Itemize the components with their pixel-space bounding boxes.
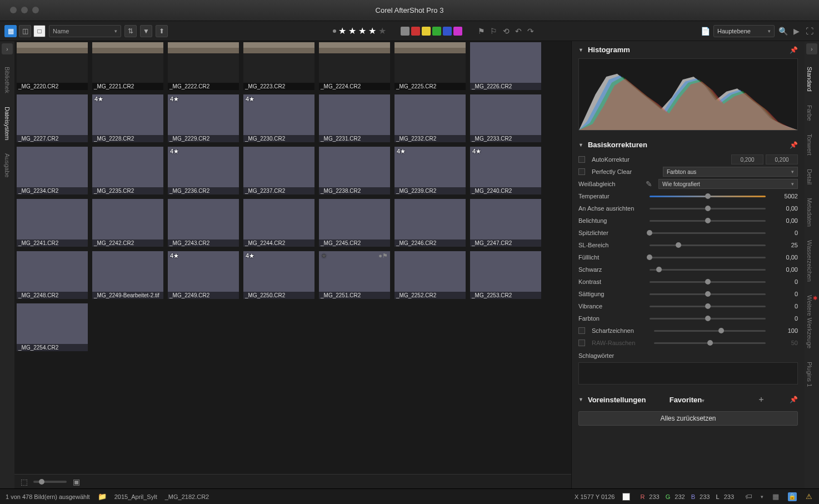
layer-dropdown[interactable]: Hauptebene ▾ [713, 25, 775, 37]
thumbnail[interactable]: _MG_2222.CR2 [168, 42, 239, 90]
slider[interactable] [650, 315, 766, 322]
thumbnail[interactable]: _MG_2238.CR2 [319, 147, 390, 194]
star-3[interactable]: ★ [358, 26, 366, 36]
thumbnail[interactable]: _MG_2243.CR2 [168, 199, 239, 247]
slider[interactable] [650, 204, 766, 212]
slideshow-icon[interactable]: ▶ [791, 26, 801, 36]
thumbnail[interactable]: _MG_2233.CR2 [470, 94, 541, 142]
thumbnail[interactable]: 4★_MG_2240.CR2 [470, 147, 541, 194]
thumbnail[interactable]: 4★_MG_2250.CR2 [243, 251, 314, 299]
star-4[interactable]: ★ [368, 26, 376, 36]
star-1[interactable]: ★ [338, 26, 346, 36]
basic-header[interactable]: ▼ Basiskorrekturen 📌 [572, 136, 805, 153]
thumbnail[interactable]: _MG_2231.CR2 [319, 94, 390, 142]
thumb-size-icon[interactable]: ▣ [71, 477, 81, 487]
slider-value[interactable]: 0,00 [770, 266, 798, 273]
pin-icon[interactable]: 📌 [790, 396, 798, 403]
thumbnail[interactable]: _MG_2248.CR2 [17, 251, 88, 299]
right-tab-detail[interactable]: Detail [806, 162, 813, 191]
right-tab-metadaten[interactable]: Metadaten [806, 191, 813, 233]
thumbnail[interactable]: _MG_2253.CR2 [470, 251, 541, 299]
slider-value[interactable]: 25 [770, 242, 798, 248]
grid-small-icon[interactable]: ▦ [771, 492, 780, 501]
thumbnail[interactable]: _MG_2246.CR2 [394, 199, 466, 247]
slider[interactable] [650, 253, 766, 261]
slider[interactable] [650, 290, 766, 298]
eyedropper-icon[interactable]: ✎ [644, 179, 654, 189]
keywords-input[interactable] [578, 362, 798, 385]
redo-icon[interactable]: ↷ [526, 26, 536, 36]
autok-val1[interactable]: 0,200 [731, 154, 763, 164]
color-label-4[interactable] [443, 27, 452, 36]
fullscreen-icon[interactable]: ⛶ [805, 26, 815, 36]
thumbnail[interactable]: _MG_2232.CR2 [394, 94, 466, 142]
thumbnail[interactable]: _MG_2225.CR2 [394, 42, 466, 90]
thumbnail[interactable]: _MG_2221.CR2 [92, 42, 163, 90]
grid-view-button[interactable]: ▦ [4, 25, 17, 37]
autokorrektur-checkbox[interactable] [578, 156, 585, 163]
flip-icon[interactable]: ⟲ [501, 26, 511, 36]
slider-value[interactable]: 0,00 [770, 205, 798, 212]
slider[interactable] [650, 302, 766, 310]
thumbnail[interactable]: _MG_2247.CR2 [470, 199, 541, 247]
thumbnail[interactable]: _MG_2235.CR2 [92, 147, 163, 194]
single-view-button[interactable]: □ [33, 25, 46, 37]
slider[interactable] [650, 278, 766, 286]
thumb-zoom-slider[interactable] [33, 481, 67, 483]
slider-value[interactable]: 0 [770, 229, 798, 236]
slider-value[interactable]: 0 [770, 303, 798, 310]
thumbnail[interactable]: 4★_MG_2230.CR2 [243, 94, 314, 142]
fit-icon[interactable]: ⬚ [19, 477, 29, 487]
slider-value[interactable]: 0 [770, 315, 798, 322]
flag-pick-icon[interactable]: ⚑ [477, 26, 487, 36]
color-label-2[interactable] [422, 27, 431, 36]
copy-icon[interactable]: 📄 [700, 26, 710, 36]
left-collapse-button[interactable]: › [2, 43, 13, 54]
sort-dropdown[interactable]: Name ▾ [49, 25, 121, 37]
traffic-min[interactable] [21, 7, 28, 13]
flag-reject-icon[interactable]: ⚐ [489, 26, 499, 36]
thumbnail[interactable]: _MG_2223.CR2 [243, 42, 314, 90]
slider-value[interactable]: 0 [770, 278, 798, 285]
star-2[interactable]: ★ [348, 26, 356, 36]
upload-button[interactable]: ⬆ [156, 25, 168, 37]
thumbnail[interactable]: 4★_MG_2239.CR2 [394, 147, 466, 194]
thumbnail[interactable]: _MG_2241.CR2 [17, 199, 88, 247]
slider[interactable] [650, 229, 766, 237]
slider[interactable] [650, 192, 766, 200]
color-label-3[interactable] [432, 27, 441, 36]
slider[interactable] [650, 241, 766, 249]
thumbnail[interactable]: _MG_2237.CR2 [243, 147, 314, 194]
thumbnail[interactable]: 4★_MG_2229.CR2 [168, 94, 239, 142]
rating-dot-icon[interactable] [333, 29, 336, 33]
thumbnail[interactable]: _MG_2244.CR2 [243, 199, 314, 247]
search-icon[interactable]: 🔍 [778, 26, 788, 36]
right-collapse-button[interactable]: › [806, 43, 817, 54]
wb-dropdown[interactable]: Wie fotografiert▾ [658, 179, 798, 189]
thumbnail[interactable]: _MG_2227.CR2 [17, 94, 88, 142]
add-preset-icon[interactable]: ＋ [756, 395, 766, 405]
left-tab-dateisystem[interactable]: Dateisystem [4, 100, 11, 147]
slider-value[interactable]: 0,00 [770, 217, 798, 224]
right-tab-wasserzeichen[interactable]: Wasserzeichen [806, 233, 813, 288]
undo-icon[interactable]: ↶ [513, 26, 523, 36]
warning-icon[interactable]: ⚠ [805, 492, 813, 501]
thumbnail[interactable]: 4★_MG_2228.CR2 [92, 94, 163, 142]
lock-icon[interactable]: 🔒 [788, 492, 797, 501]
sort-direction-button[interactable]: ⇅ [124, 25, 137, 37]
tag-icon[interactable]: 🏷 [744, 492, 753, 501]
thumbnail[interactable]: _MG_2234.CR2 [17, 147, 88, 194]
traffic-max[interactable] [32, 7, 39, 13]
perfectlyclear-checkbox[interactable] [578, 168, 585, 175]
thumbnail[interactable]: 4★_MG_2236.CR2 [168, 147, 239, 194]
farbton-dropdown[interactable]: Farbton aus▾ [663, 167, 798, 177]
pin-icon[interactable]: 📌 [790, 46, 798, 54]
right-tab-tonwert[interactable]: Tonwert [806, 127, 813, 162]
right-tab-farbe[interactable]: Farbe [806, 98, 813, 128]
scharfzeichnen-value[interactable]: 100 [770, 327, 798, 334]
color-label-1[interactable] [411, 27, 420, 36]
thumbnail[interactable]: _MG_2220.CR2 [17, 42, 88, 90]
left-tab-bibliothek[interactable]: Bibliothek [4, 60, 11, 100]
slider[interactable] [650, 217, 766, 224]
filter-button[interactable]: ▼ [140, 25, 152, 37]
